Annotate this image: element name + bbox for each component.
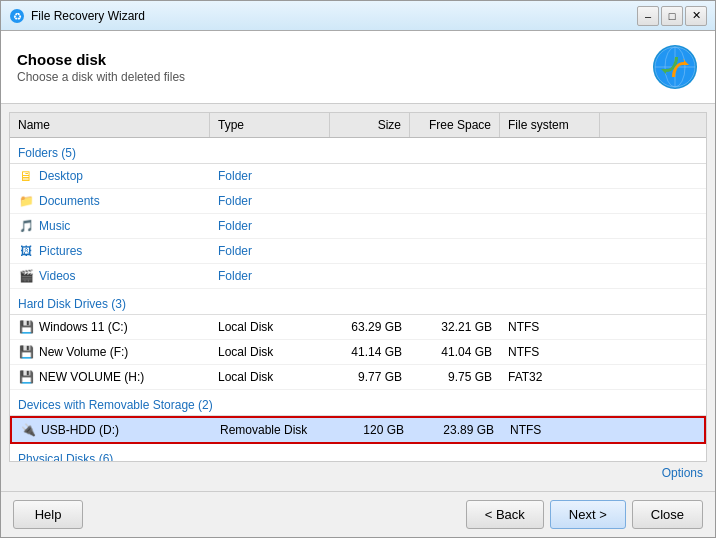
row-fs	[500, 264, 600, 288]
row-end	[600, 189, 616, 213]
col-type[interactable]: Type	[210, 113, 330, 137]
row-name: 💾 Windows 11 (C:)	[10, 315, 210, 339]
help-button[interactable]: Help	[13, 500, 83, 529]
table-row[interactable]: 🖥 Desktop Folder	[10, 164, 706, 189]
section-physical: Physical Disks (6)	[10, 446, 706, 462]
options-link[interactable]: Options	[662, 466, 703, 480]
row-free	[410, 164, 500, 188]
main-content: Name Type Size Free Space File system Fo…	[1, 104, 715, 491]
row-free	[410, 214, 500, 238]
hdd-icon: 💾	[18, 319, 34, 335]
row-name: 💾 NEW VOLUME (H:)	[10, 365, 210, 389]
col-filesystem[interactable]: File system	[500, 113, 600, 137]
col-spacer	[600, 113, 616, 137]
row-name: 🎬 Videos	[10, 264, 210, 288]
row-free: 23.89 GB	[412, 418, 502, 442]
table-row[interactable]: 🎵 Music Folder	[10, 214, 706, 239]
row-size: 120 GB	[332, 418, 412, 442]
col-name[interactable]: Name	[10, 113, 210, 137]
row-end	[600, 315, 616, 339]
table-row[interactable]: 📁 Documents Folder	[10, 189, 706, 214]
row-end	[600, 239, 616, 263]
table-row[interactable]: 💾 Windows 11 (C:) Local Disk 63.29 GB 32…	[10, 315, 706, 340]
music-icon: 🎵	[18, 218, 34, 234]
row-name: 📁 Documents	[10, 189, 210, 213]
row-fs: NTFS	[500, 315, 600, 339]
row-type: Folder	[210, 214, 330, 238]
title-bar: ♻ File Recovery Wizard – □ ✕	[1, 1, 715, 31]
row-name: 🖥 Desktop	[10, 164, 210, 188]
row-free	[410, 264, 500, 288]
row-end	[602, 418, 618, 442]
col-size[interactable]: Size	[330, 113, 410, 137]
row-fs: FAT32	[500, 365, 600, 389]
minimize-button[interactable]: –	[637, 6, 659, 26]
hdd-icon: 💾	[18, 344, 34, 360]
row-size: 63.29 GB	[330, 315, 410, 339]
window: ♻ File Recovery Wizard – □ ✕ Choose disk…	[0, 0, 716, 538]
footer-right: < Back Next > Close	[466, 500, 703, 529]
header-text-block: Choose disk Choose a disk with deleted f…	[17, 51, 651, 84]
row-type: Removable Disk	[212, 418, 332, 442]
pictures-icon: 🖼	[18, 243, 34, 259]
close-button[interactable]: Close	[632, 500, 703, 529]
row-size	[330, 164, 410, 188]
row-end	[600, 340, 616, 364]
table-row[interactable]: 🖼 Pictures Folder	[10, 239, 706, 264]
footer: Help < Back Next > Close	[1, 491, 715, 537]
videos-icon: 🎬	[18, 268, 34, 284]
folder-icon: 📁	[18, 193, 34, 209]
row-name: 🖼 Pictures	[10, 239, 210, 263]
disk-list-table[interactable]: Name Type Size Free Space File system Fo…	[9, 112, 707, 462]
row-size	[330, 214, 410, 238]
row-size: 9.77 GB	[330, 365, 410, 389]
section-removable: Devices with Removable Storage (2)	[10, 392, 706, 416]
row-end	[600, 264, 616, 288]
table-row-selected[interactable]: 🔌 USB-HDD (D:) Removable Disk 120 GB 23.…	[10, 416, 706, 444]
row-fs: NTFS	[502, 418, 602, 442]
app-icon: ♻	[9, 8, 25, 24]
header-title: Choose disk	[17, 51, 651, 68]
window-title: File Recovery Wizard	[31, 9, 635, 23]
svg-text:♻: ♻	[13, 11, 22, 22]
footer-left: Help	[13, 500, 466, 529]
row-size	[330, 264, 410, 288]
row-type: Folder	[210, 264, 330, 288]
row-size: 41.14 GB	[330, 340, 410, 364]
next-button[interactable]: Next >	[550, 500, 626, 529]
row-name: 🎵 Music	[10, 214, 210, 238]
table-row[interactable]: 💾 NEW VOLUME (H:) Local Disk 9.77 GB 9.7…	[10, 365, 706, 390]
row-fs	[500, 214, 600, 238]
row-type: Local Disk	[210, 315, 330, 339]
row-size	[330, 239, 410, 263]
row-size	[330, 189, 410, 213]
row-type: Local Disk	[210, 365, 330, 389]
table-row[interactable]: 🎬 Videos Folder	[10, 264, 706, 289]
row-name: 💾 New Volume (F:)	[10, 340, 210, 364]
header-subtitle: Choose a disk with deleted files	[17, 70, 651, 84]
row-free	[410, 189, 500, 213]
row-type: Folder	[210, 189, 330, 213]
row-fs	[500, 189, 600, 213]
row-fs	[500, 164, 600, 188]
options-row: Options	[9, 462, 707, 483]
section-folders: Folders (5)	[10, 140, 706, 164]
col-freespace[interactable]: Free Space	[410, 113, 500, 137]
row-fs: NTFS	[500, 340, 600, 364]
maximize-button[interactable]: □	[661, 6, 683, 26]
usb-icon: 🔌	[20, 422, 36, 438]
row-fs	[500, 239, 600, 263]
row-end	[600, 365, 616, 389]
close-window-button[interactable]: ✕	[685, 6, 707, 26]
row-type: Local Disk	[210, 340, 330, 364]
row-name: 🔌 USB-HDD (D:)	[12, 418, 212, 442]
section-hdd: Hard Disk Drives (3)	[10, 291, 706, 315]
row-free: 32.21 GB	[410, 315, 500, 339]
back-button[interactable]: < Back	[466, 500, 544, 529]
table-header: Name Type Size Free Space File system	[10, 113, 706, 138]
folder-icon: 🖥	[18, 168, 34, 184]
table-row[interactable]: 💾 New Volume (F:) Local Disk 41.14 GB 41…	[10, 340, 706, 365]
row-type: Folder	[210, 164, 330, 188]
wizard-header: Choose disk Choose a disk with deleted f…	[1, 31, 715, 104]
row-free: 41.04 GB	[410, 340, 500, 364]
